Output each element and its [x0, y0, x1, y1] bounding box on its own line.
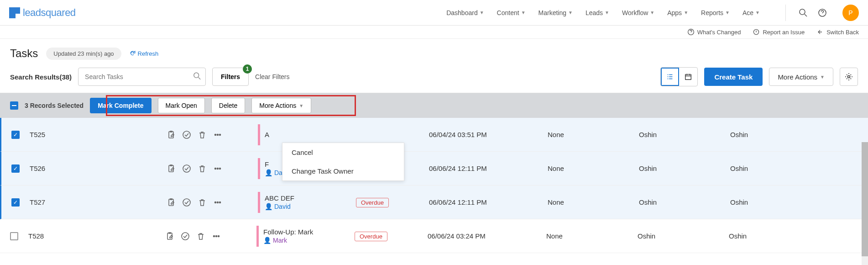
trash-icon[interactable]	[198, 164, 207, 173]
settings-button[interactable]	[840, 68, 858, 86]
task-row[interactable]: T528 Follow-Up: Mark 👤Mark Overdue 06/06…	[0, 219, 868, 253]
dropdown-change-owner[interactable]: Change Task Owner	[282, 162, 404, 180]
task-id: T527	[30, 198, 167, 206]
task-id: T525	[30, 131, 167, 138]
whats-changed-link[interactable]: What's Changed	[687, 28, 741, 36]
search-input[interactable]	[78, 68, 206, 86]
create-task-button[interactable]: Create Task	[704, 68, 763, 86]
switch-back-link[interactable]: Switch Back	[816, 28, 859, 36]
trash-icon[interactable]	[196, 232, 205, 241]
caret-down-icon: ▼	[299, 103, 303, 108]
trash-icon[interactable]	[198, 130, 207, 139]
caret-down-icon: ▼	[725, 10, 730, 15]
select-all-checkbox[interactable]	[10, 101, 18, 110]
task-date: 06/06/24 12:11 PM	[429, 164, 548, 172]
svg-point-18	[183, 199, 190, 206]
nav-ace[interactable]: Ace▼	[743, 9, 760, 16]
task-owner: None	[548, 131, 639, 138]
more-icon[interactable]	[213, 198, 222, 207]
list-view-button[interactable]	[661, 68, 679, 86]
row-checkbox[interactable]: ✓	[11, 164, 20, 173]
svg-point-6	[848, 76, 850, 78]
page-header: Tasks Updated 23 min(s) ago Refresh	[0, 39, 868, 65]
task-row[interactable]: ✓ T525 A 06/04/24 03:51 PM None Oshin Os…	[0, 118, 868, 152]
priority-bar	[258, 124, 260, 145]
svg-point-14	[215, 168, 216, 169]
mark-open-button[interactable]: Mark Open	[158, 98, 205, 113]
more-actions-button[interactable]: More Actions▼	[769, 68, 833, 86]
svg-point-20	[217, 201, 219, 203]
nav-reports[interactable]: Reports▼	[701, 9, 730, 16]
task-watcher: Oshin	[729, 232, 747, 240]
calendar-view-button[interactable]	[679, 68, 697, 86]
logo[interactable]: leadsquared	[9, 7, 76, 19]
task-owner: None	[548, 164, 639, 172]
scrollbar-thumb[interactable]	[862, 142, 868, 253]
nav-apps[interactable]: Apps▼	[667, 9, 688, 16]
svg-point-21	[220, 201, 221, 203]
nav-marketing[interactable]: Marketing▼	[539, 9, 573, 16]
clipboard-edit-icon[interactable]	[165, 232, 174, 241]
svg-point-4	[194, 73, 199, 78]
dropdown-cancel[interactable]: Cancel	[282, 143, 404, 162]
task-assignee: Oshin	[638, 232, 729, 240]
more-icon[interactable]	[212, 232, 221, 241]
task-row[interactable]: ✓ T527 ABC DEF 👤David Overdue 06/06/24 1…	[0, 186, 868, 219]
row-checkbox[interactable]: ✓	[11, 198, 20, 207]
row-actions	[167, 130, 258, 139]
caret-down-icon: ▼	[755, 10, 760, 15]
check-circle-icon[interactable]	[182, 198, 191, 207]
mark-complete-button[interactable]: Mark Complete	[90, 98, 151, 113]
caret-down-icon: ▼	[820, 74, 825, 80]
clipboard-edit-icon[interactable]	[167, 164, 176, 173]
updated-pill: Updated 23 min(s) ago	[46, 48, 121, 60]
vertical-scrollbar[interactable]	[862, 142, 868, 253]
trash-icon[interactable]	[198, 198, 207, 207]
more-icon[interactable]	[213, 130, 222, 139]
report-issue-link[interactable]: Report an Issue	[753, 28, 805, 36]
task-id: T528	[28, 232, 165, 240]
bulk-more-actions-button[interactable]: More Actions▼	[251, 98, 311, 113]
delete-button[interactable]: Delete	[211, 98, 245, 113]
view-toggle	[660, 67, 698, 86]
help-icon[interactable]	[818, 8, 827, 17]
clipboard-edit-icon[interactable]	[167, 198, 176, 207]
task-table: ✓ T525 A 06/04/24 03:51 PM None Oshin Os…	[0, 118, 868, 253]
nav-workflow[interactable]: Workflow▼	[622, 9, 654, 16]
nav-leads[interactable]: Leads▼	[586, 9, 609, 16]
row-checkbox[interactable]: ✓	[11, 131, 20, 139]
task-subject: A	[265, 131, 356, 138]
row-checkbox[interactable]	[10, 232, 18, 240]
more-icon[interactable]	[213, 164, 222, 173]
svg-point-10	[217, 134, 219, 135]
caret-down-icon: ▼	[650, 10, 654, 15]
user-avatar[interactable]: P	[842, 5, 859, 21]
refresh-button[interactable]: Refresh	[130, 50, 159, 57]
task-watcher: Oshin	[730, 198, 748, 206]
person-link[interactable]: David	[274, 203, 291, 210]
task-assignee: Oshin	[639, 164, 730, 172]
check-circle-icon[interactable]	[181, 232, 190, 241]
check-circle-icon[interactable]	[182, 164, 191, 173]
nav-dashboard[interactable]: Dashboard▼	[446, 9, 484, 16]
filters-button[interactable]: Filters 1	[212, 68, 249, 86]
main-nav: Dashboard▼ Content▼ Marketing▼ Leads▼ Wo…	[446, 5, 859, 21]
caret-down-icon: ▼	[480, 10, 484, 15]
task-row[interactable]: ✓ T526 F 👤David Overdue 06/06/24 12:11 P…	[0, 152, 868, 186]
svg-point-0	[800, 9, 805, 15]
search-icon[interactable]	[799, 8, 808, 17]
person-icon: 👤	[263, 237, 271, 244]
check-circle-icon[interactable]	[182, 130, 191, 139]
task-owner: None	[546, 232, 638, 240]
clipboard-edit-icon[interactable]	[167, 130, 176, 139]
person-link[interactable]: Mark	[273, 237, 287, 244]
svg-rect-17	[169, 199, 173, 206]
task-owner: None	[548, 198, 639, 206]
task-status: Overdue	[355, 233, 428, 240]
svg-point-13	[183, 165, 190, 172]
nav-content[interactable]: Content▼	[497, 9, 526, 16]
row-actions	[167, 198, 258, 207]
clear-filters-link[interactable]: Clear Filters	[255, 73, 289, 80]
selection-bar: 3 Records Selected Mark Complete Mark Op…	[0, 93, 868, 118]
toolbar: Search Results(38) Filters 1 Clear Filte…	[0, 65, 868, 93]
